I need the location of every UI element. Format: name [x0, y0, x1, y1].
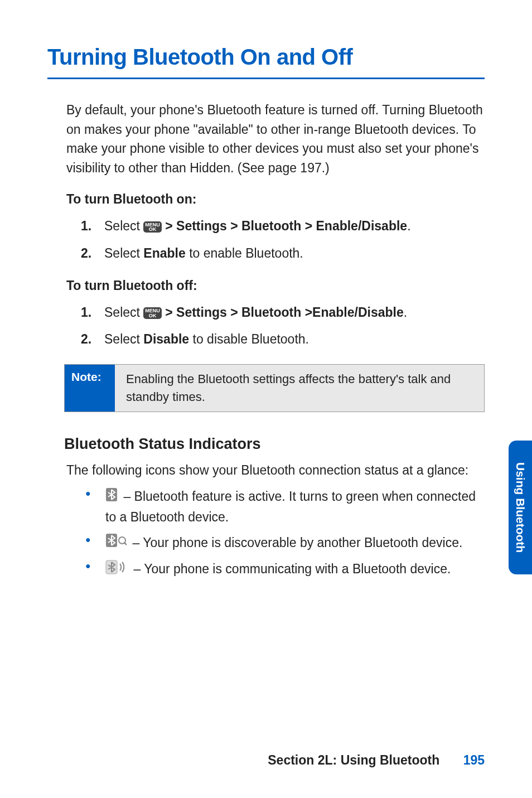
page-number: 195 — [463, 753, 485, 767]
turn-on-step-2: 2. Select Enable to enable Bluetooth. — [81, 243, 485, 264]
indicator-communicating: – Your phone is communicating with a Blu… — [81, 559, 485, 580]
footer: Section 2L: Using Bluetooth 195 — [268, 753, 485, 768]
enable-label: Enable — [143, 246, 185, 260]
page-title: Turning Bluetooth On and Off — [47, 45, 485, 79]
turn-off-step-1: 1. Select MENUOK > Settings > Bluetooth … — [81, 302, 485, 323]
menu-path: > Settings > Bluetooth > Enable/Disable — [162, 219, 407, 233]
menu-ok-key-icon: MENUOK — [143, 221, 162, 233]
indicator-active: – Bluetooth feature is active. It turns … — [81, 487, 485, 528]
indicator-discoverable: – Your phone is discoverable by another … — [81, 533, 485, 554]
turn-on-steps: 1. Select MENUOK > Settings > Bluetooth … — [81, 216, 485, 264]
menu-path: > Settings > Bluetooth >Enable/Disable — [162, 305, 404, 320]
side-tab-label: Using Bluetooth — [514, 462, 527, 553]
step-text: Select — [104, 246, 143, 260]
status-indicator-list: – Bluetooth feature is active. It turns … — [81, 487, 485, 580]
step-text: Select — [104, 305, 143, 320]
indicator-text: – Your phone is communicating with a Blu… — [130, 562, 451, 576]
bluetooth-discoverable-icon — [105, 533, 127, 554]
turn-off-heading: To turn Bluetooth off: — [66, 278, 485, 293]
side-tab: Using Bluetooth — [509, 441, 532, 574]
turn-on-heading: To turn Bluetooth on: — [66, 192, 485, 207]
turn-off-steps: 1. Select MENUOK > Settings > Bluetooth … — [81, 302, 485, 350]
indicator-text: – Bluetooth feature is active. It turns … — [105, 489, 476, 524]
indicator-text: – Your phone is discoverable by another … — [129, 535, 462, 550]
turn-off-step-2: 2. Select Disable to disable Bluetooth. — [81, 329, 485, 350]
footer-section: Section 2L: Using Bluetooth — [268, 753, 439, 767]
bluetooth-active-icon — [105, 487, 118, 508]
menu-ok-key-icon: MENUOK — [143, 307, 162, 318]
bluetooth-communicating-icon — [105, 560, 128, 581]
note-label: Note: — [65, 365, 115, 412]
svg-line-3 — [124, 543, 127, 545]
status-intro: The following icons show your Bluetooth … — [66, 463, 485, 478]
intro-paragraph: By default, your phone's Bluetooth featu… — [66, 100, 485, 177]
step-text: Select — [104, 219, 143, 233]
disable-label: Disable — [143, 332, 189, 346]
note-box: Note: Enabling the Bluetooth settings af… — [64, 364, 485, 412]
note-text: Enabling the Bluetooth settings affects … — [115, 365, 484, 412]
status-indicators-heading: Bluetooth Status Indicators — [64, 436, 485, 453]
turn-on-step-1: 1. Select MENUOK > Settings > Bluetooth … — [81, 216, 485, 236]
step-text: Select — [104, 332, 143, 346]
